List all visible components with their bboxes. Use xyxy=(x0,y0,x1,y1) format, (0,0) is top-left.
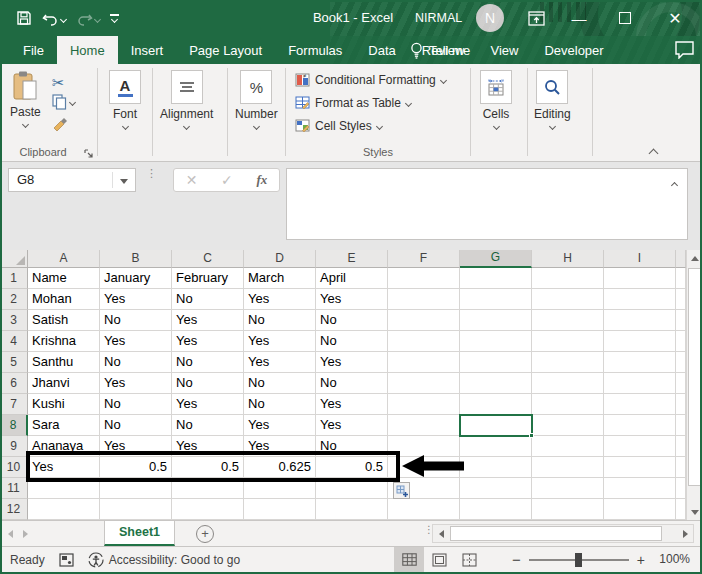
cell-E7[interactable]: Yes xyxy=(316,394,388,415)
cell-E6[interactable]: No xyxy=(316,373,388,394)
row-header-5[interactable]: 5 xyxy=(0,352,28,373)
cell-H11[interactable] xyxy=(532,478,604,499)
alignment-dropdown-icon[interactable] xyxy=(183,123,190,130)
column-header-I[interactable]: I xyxy=(604,250,676,268)
alignment-group-button[interactable]: Alignment xyxy=(160,70,213,129)
cell-F12[interactable] xyxy=(388,499,460,520)
cell-G11[interactable] xyxy=(460,478,532,499)
font-group-button[interactable]: A Font xyxy=(109,70,141,129)
copy-button[interactable] xyxy=(52,94,75,110)
cell-H9[interactable] xyxy=(532,436,604,457)
undo-button[interactable] xyxy=(40,9,68,28)
cell-F5[interactable] xyxy=(388,352,460,373)
cell-B2[interactable]: Yes xyxy=(100,289,172,310)
cell-E12[interactable] xyxy=(316,499,388,520)
cell-G12[interactable] xyxy=(460,499,532,520)
customize-quick-access-icon[interactable] xyxy=(108,12,121,24)
cell-D7[interactable]: No xyxy=(244,394,316,415)
cell-C6[interactable]: No xyxy=(172,373,244,394)
collapse-ribbon-icon[interactable] xyxy=(649,149,659,159)
normal-view-button[interactable] xyxy=(394,547,424,572)
column-header-F[interactable]: F xyxy=(388,250,460,268)
format-as-table-dropdown-icon[interactable] xyxy=(405,99,412,106)
cell-B8[interactable]: No xyxy=(100,415,172,436)
tell-me[interactable]: Tell me xyxy=(410,36,470,64)
page-layout-view-button[interactable] xyxy=(424,547,454,572)
ribbon-tab-home[interactable]: Home xyxy=(57,36,118,64)
cell-B4[interactable]: Yes xyxy=(100,331,172,352)
zoom-slider-thumb[interactable] xyxy=(575,553,582,567)
horizontal-scrollbar[interactable] xyxy=(432,524,694,543)
row-header-7[interactable]: 7 xyxy=(0,394,28,415)
cell-B1[interactable]: January xyxy=(100,268,172,289)
cell-G3[interactable] xyxy=(460,310,532,331)
copy-dropdown-icon[interactable] xyxy=(69,98,76,105)
row-header-9[interactable]: 9 xyxy=(0,436,28,457)
redo-dropdown-icon[interactable] xyxy=(94,16,101,23)
row-header-11[interactable]: 11 xyxy=(0,478,28,499)
cell-A4[interactable]: Krishna xyxy=(28,331,100,352)
cell-H12[interactable] xyxy=(532,499,604,520)
autofill-options-button[interactable] xyxy=(393,482,410,499)
cell-D12[interactable] xyxy=(244,499,316,520)
cell-C7[interactable]: Yes xyxy=(172,394,244,415)
cell-F6[interactable] xyxy=(388,373,460,394)
cell-I10[interactable] xyxy=(604,457,676,478)
sheet-tab-active[interactable]: Sheet1 xyxy=(104,521,175,546)
cell-C5[interactable]: No xyxy=(172,352,244,373)
cell-E1[interactable]: April xyxy=(316,268,388,289)
next-sheet-icon[interactable] xyxy=(23,530,28,538)
cell-B3[interactable]: No xyxy=(100,310,172,331)
zoom-level[interactable]: 100% xyxy=(650,547,690,572)
editing-dropdown-icon[interactable] xyxy=(549,123,556,130)
select-all-corner[interactable] xyxy=(0,250,28,268)
paste-button[interactable]: Paste xyxy=(10,70,41,127)
minimize-button[interactable]: — xyxy=(556,0,602,36)
name-box-dropdown-icon[interactable] xyxy=(120,179,128,184)
cell-A8[interactable]: Sara xyxy=(28,415,100,436)
confirm-entry-icon[interactable]: ✓ xyxy=(221,172,233,188)
cell-C12[interactable] xyxy=(172,499,244,520)
close-button[interactable]: ✕ xyxy=(652,0,698,36)
cell-I6[interactable] xyxy=(604,373,676,394)
cell-B5[interactable]: No xyxy=(100,352,172,373)
row-header-6[interactable]: 6 xyxy=(0,373,28,394)
cell-G7[interactable] xyxy=(460,394,532,415)
name-box[interactable]: G8 xyxy=(8,168,136,192)
cell-I11[interactable] xyxy=(604,478,676,499)
cell-A7[interactable]: Kushi xyxy=(28,394,100,415)
avatar[interactable]: N xyxy=(476,4,504,32)
cell-H4[interactable] xyxy=(532,331,604,352)
cell-D6[interactable]: No xyxy=(244,373,316,394)
ribbon-tab-page-layout[interactable]: Page Layout xyxy=(176,36,275,64)
row-header-1[interactable]: 1 xyxy=(0,268,28,289)
cell-E5[interactable]: Yes xyxy=(316,352,388,373)
clipboard-dialog-launcher-icon[interactable] xyxy=(84,145,94,155)
save-icon[interactable] xyxy=(14,8,34,28)
horizontal-scroll-thumb[interactable] xyxy=(450,526,662,541)
cell-I5[interactable] xyxy=(604,352,676,373)
cell-H1[interactable] xyxy=(532,268,604,289)
cell-I9[interactable] xyxy=(604,436,676,457)
cells-dropdown-icon[interactable] xyxy=(492,123,499,130)
column-header-G[interactable]: G xyxy=(460,250,532,268)
cell-B7[interactable]: No xyxy=(100,394,172,415)
cell-styles-dropdown-icon[interactable] xyxy=(376,122,383,129)
cell-H3[interactable] xyxy=(532,310,604,331)
ribbon-display-options-button[interactable] xyxy=(516,0,556,36)
cell-I3[interactable] xyxy=(604,310,676,331)
cell-F8[interactable] xyxy=(388,415,460,436)
accessibility-status[interactable]: Accessibility: Good to go xyxy=(88,552,240,568)
scroll-down-icon[interactable] xyxy=(687,504,702,520)
cell-G6[interactable] xyxy=(460,373,532,394)
conditional-formatting-button[interactable]: ≠ Conditional Formatting xyxy=(295,73,446,87)
column-header-B[interactable]: B xyxy=(100,250,172,268)
row-header-12[interactable]: 12 xyxy=(0,499,28,520)
cell-F7[interactable] xyxy=(388,394,460,415)
row-header-2[interactable]: 2 xyxy=(0,289,28,310)
cell-H5[interactable] xyxy=(532,352,604,373)
number-dropdown-icon[interactable] xyxy=(253,123,260,130)
cell-I12[interactable] xyxy=(604,499,676,520)
cell-E4[interactable]: No xyxy=(316,331,388,352)
column-header-C[interactable]: C xyxy=(172,250,244,268)
